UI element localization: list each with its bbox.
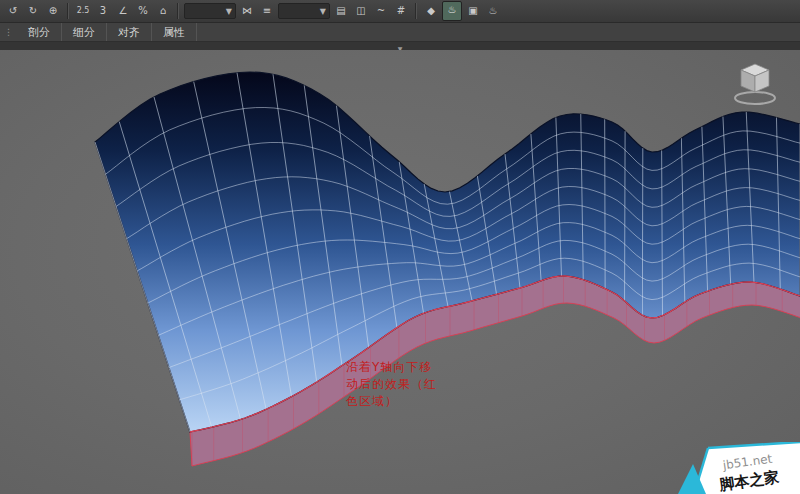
curve-editor-icon[interactable]: ~ <box>372 2 390 20</box>
selection-filter-dropdown[interactable]: ▼ <box>278 3 330 19</box>
snap-toggle-3-icon[interactable]: 3 <box>94 2 112 20</box>
angle-snap-icon[interactable]: ∠ <box>114 2 132 20</box>
viewcube-compass-ring[interactable] <box>735 92 775 104</box>
select-and-link-icon[interactable]: ↺ <box>4 2 22 20</box>
toolbar-separator <box>67 3 69 19</box>
toolbar-grip-icon[interactable]: ⋮ <box>0 27 17 37</box>
unlink-selection-icon[interactable]: ↻ <box>24 2 42 20</box>
ribbon-tab-4[interactable]: 属性 <box>152 23 197 41</box>
graphite-ribbon-icon[interactable]: ◫ <box>352 2 370 20</box>
material-editor-icon[interactable]: ◆ <box>422 2 440 20</box>
ribbon-tab-2[interactable]: 细分 <box>62 23 107 41</box>
named-selection-dropdown[interactable]: ▼ <box>184 3 236 19</box>
ribbon-tab-1[interactable]: 剖分 <box>17 23 62 41</box>
bind-to-spacewarp-icon[interactable]: ⊕ <box>44 2 62 20</box>
toolbar-separator <box>415 3 417 19</box>
ribbon-tab-3[interactable]: 对齐 <box>107 23 152 41</box>
ribbon-bar: ⋮ 剖分细分对齐属性 <box>0 23 800 42</box>
spinner-snap-icon[interactable]: ⌂ <box>154 2 172 20</box>
annotation-line: 沿着Y轴向下移 <box>346 359 437 376</box>
toolbar-separator <box>177 3 179 19</box>
viewport-3d[interactable]: 沿着Y轴向下移 动后的效果（红 色区域） jb51.net 脚本之家 <box>0 50 800 494</box>
annotation-line: 色区域） <box>346 393 437 410</box>
snap-toggle-2-5-icon[interactable]: 2.5 <box>74 2 92 20</box>
ribbon-panel-tabs: 剖分细分对齐属性 <box>17 23 197 41</box>
annotation-text: 沿着Y轴向下移 动后的效果（红 色区域） <box>346 359 437 410</box>
ribbon-collapse-strip[interactable]: ▼ <box>0 42 800 50</box>
annotation-line: 动后的效果（红 <box>346 376 437 393</box>
watermark-logo: jb51.net 脚本之家 <box>678 442 800 494</box>
3dsmax-window: ↺↻⊕2.53∠%⌂▼⋈≡▼▤◫~#◆♨▣♨ ⋮ 剖分细分对齐属性 ▼ 沿着Y轴… <box>0 0 800 494</box>
loft-surface-mesh[interactable] <box>0 50 800 494</box>
render-setup-icon[interactable]: ♨ <box>442 1 462 21</box>
align-icon[interactable]: ≡ <box>258 2 276 20</box>
layer-manager-icon[interactable]: ▤ <box>332 2 350 20</box>
viewcube[interactable] <box>733 58 777 106</box>
rendered-frame-window-icon[interactable]: ▣ <box>464 2 482 20</box>
mirror-icon[interactable]: ⋈ <box>238 2 256 20</box>
render-production-icon[interactable]: ♨ <box>484 2 502 20</box>
main-toolbar: ↺↻⊕2.53∠%⌂▼⋈≡▼▤◫~#◆♨▣♨ <box>0 0 800 23</box>
schematic-view-icon[interactable]: # <box>392 2 410 20</box>
percent-snap-icon[interactable]: % <box>134 2 152 20</box>
